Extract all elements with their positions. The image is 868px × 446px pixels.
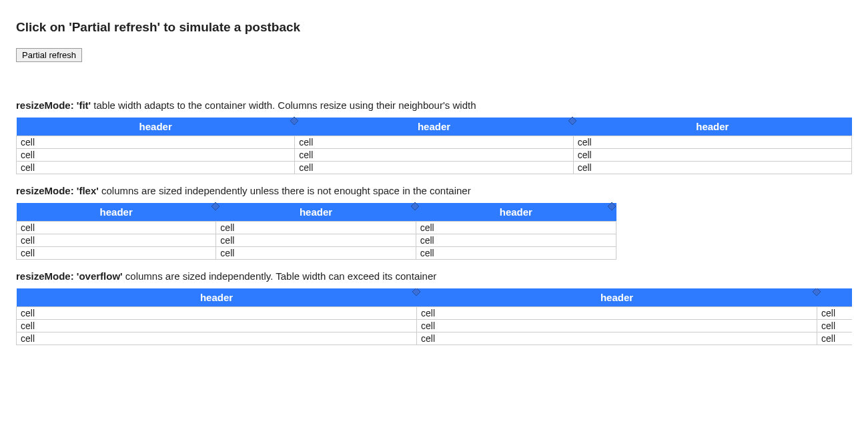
- table-cell: cell: [295, 162, 573, 174]
- table-overflow-header-cell[interactable]: header: [417, 288, 817, 307]
- table-fit-wrap: header header header cell: [16, 118, 852, 174]
- resize-handle-icon[interactable]: [410, 202, 420, 211]
- table-fit-header-row: header header header: [17, 118, 852, 136]
- partial-refresh-button[interactable]: Partial refresh: [16, 48, 82, 62]
- svg-marker-3: [411, 202, 419, 210]
- table-cell: cell: [17, 234, 216, 247]
- table-cell: cell: [416, 234, 616, 247]
- table-flex-header-row: header header header: [17, 203, 616, 222]
- table-row: cell cell cell: [17, 162, 852, 174]
- header-label: header: [200, 292, 233, 303]
- table-overflow-header-row: header header header: [17, 288, 853, 307]
- table-cell: cell: [295, 136, 573, 149]
- table-row: cell cell cell: [17, 149, 852, 162]
- table-cell: cell: [573, 149, 851, 162]
- table-fit-header-cell[interactable]: header: [573, 118, 851, 136]
- caption-fit: resizeMode: 'fit' table width adapts to …: [16, 99, 852, 111]
- caption-fit-rest: table width adapts to the container widt…: [91, 99, 476, 111]
- resize-handle-icon[interactable]: [568, 116, 577, 126]
- table-cell: cell: [216, 247, 416, 260]
- header-label: header: [100, 206, 133, 218]
- header-label: header: [696, 121, 729, 132]
- table-row: cell cell cell: [17, 332, 853, 345]
- header-label: header: [600, 292, 633, 303]
- table-cell: cell: [573, 162, 851, 174]
- table-overflow-wrap[interactable]: header header header cell: [16, 288, 852, 349]
- caption-flex: resizeMode: 'flex' columns are sized ind…: [16, 185, 852, 196]
- header-label: header: [300, 206, 332, 218]
- table-cell: cell: [417, 320, 817, 332]
- table-cell: cell: [216, 222, 416, 234]
- table-row: cell cell cell: [17, 136, 852, 149]
- svg-marker-6: [813, 288, 821, 296]
- table-fit-header-cell[interactable]: header: [17, 118, 295, 136]
- table-cell: cell: [17, 162, 295, 174]
- table-cell: cell: [17, 136, 295, 149]
- caption-overflow: resizeMode: 'overflow' columns are sized…: [16, 270, 852, 282]
- resize-handle-icon[interactable]: [211, 202, 220, 211]
- table-cell: cell: [417, 307, 817, 320]
- caption-fit-strong: resizeMode: 'fit': [16, 99, 91, 111]
- caption-flex-rest: columns are sized independently unless t…: [99, 185, 471, 196]
- table-row: cell cell cell: [17, 320, 853, 332]
- header-label: header: [500, 206, 532, 218]
- page-title: Click on 'Partial refresh' to simulate a…: [16, 20, 852, 35]
- table-overflow: header header header cell: [16, 288, 852, 345]
- header-label: header: [418, 121, 450, 132]
- table-row: cell cell cell: [17, 234, 616, 247]
- svg-marker-5: [412, 288, 420, 296]
- caption-overflow-rest: columns are sized independently. Table w…: [123, 270, 437, 282]
- table-overflow-header-cell[interactable]: header: [17, 288, 417, 307]
- table-cell: cell: [817, 307, 853, 320]
- table-cell: cell: [817, 332, 853, 345]
- table-fit-header-cell[interactable]: header: [295, 118, 573, 136]
- table-cell: cell: [17, 222, 216, 234]
- table-cell: cell: [416, 222, 616, 234]
- table-cell: cell: [17, 247, 216, 260]
- svg-marker-1: [568, 117, 576, 125]
- table-cell: cell: [216, 234, 416, 247]
- table-cell: cell: [573, 136, 851, 149]
- table-flex-header-cell[interactable]: header: [17, 203, 216, 222]
- table-cell: cell: [295, 149, 573, 162]
- table-cell: cell: [17, 307, 417, 320]
- table-overflow-header-cell[interactable]: header: [817, 288, 853, 307]
- header-label: header: [139, 121, 172, 132]
- table-cell: cell: [17, 332, 417, 345]
- table-flex: header header header: [16, 203, 616, 260]
- table-row: cell cell cell: [17, 307, 853, 320]
- table-cell: cell: [817, 320, 853, 332]
- table-flex-header-cell[interactable]: header: [416, 203, 616, 222]
- table-cell: cell: [17, 320, 417, 332]
- svg-marker-0: [290, 117, 298, 125]
- resize-handle-icon[interactable]: [290, 116, 299, 126]
- table-row: cell cell cell: [17, 222, 616, 234]
- resize-handle-icon[interactable]: [607, 202, 616, 211]
- caption-overflow-strong: resizeMode: 'overflow': [16, 270, 123, 282]
- table-cell: cell: [417, 332, 817, 345]
- svg-marker-4: [608, 202, 616, 210]
- table-fit: header header header cell: [16, 118, 852, 174]
- table-row: cell cell cell: [17, 247, 616, 260]
- table-cell: cell: [416, 247, 616, 260]
- resize-handle-icon[interactable]: [412, 288, 421, 296]
- caption-flex-strong: resizeMode: 'flex': [16, 185, 99, 196]
- table-flex-wrap: header header header: [16, 203, 852, 260]
- resize-handle-icon[interactable]: [812, 288, 821, 296]
- svg-marker-2: [211, 202, 220, 210]
- table-flex-header-cell[interactable]: header: [216, 203, 416, 222]
- table-cell: cell: [17, 149, 295, 162]
